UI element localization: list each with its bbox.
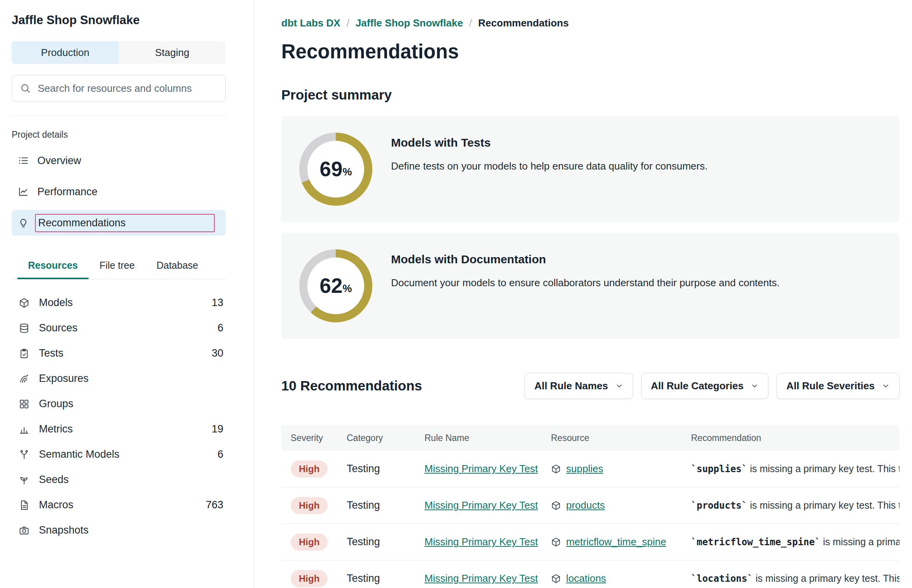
sidebar-item-recommendations[interactable]: Recommendations — [12, 210, 226, 236]
environment-switcher: Production Staging — [12, 41, 226, 64]
recommendation-code: `products` — [691, 500, 747, 511]
filter-label: All Rule Categories — [651, 380, 744, 392]
recommendation-cell: `products` is missing a primary key test… — [682, 500, 900, 511]
header-recommendation: Recommendation — [682, 433, 900, 443]
staging-tab[interactable]: Staging — [119, 41, 226, 64]
database-icon — [19, 323, 30, 334]
chevron-down-icon — [615, 382, 623, 390]
rule-name-link[interactable]: Missing Primary Key Test — [424, 536, 538, 548]
table-row: High Testing Missing Primary Key Test su… — [281, 451, 900, 487]
percent-sign: % — [342, 283, 352, 295]
header-resource: Resource — [542, 433, 682, 443]
resource-cell: supplies — [542, 463, 682, 475]
recommendation-code: `locations` — [691, 573, 753, 584]
resource-label: Snapshots — [39, 524, 89, 536]
recommendations-table: Severity Category Rule Name Resource Rec… — [281, 425, 900, 588]
resource-link[interactable]: metricflow_time_spine — [566, 536, 666, 548]
breadcrumb-account-link[interactable]: dbt Labs DX — [281, 17, 340, 29]
search-box[interactable] — [12, 75, 226, 102]
documentation-donut-chart: 62 % — [299, 249, 372, 322]
category-cell: Testing — [337, 536, 415, 548]
rule-names-filter[interactable]: All Rule Names — [524, 373, 633, 399]
resource-label: Semantic Models — [39, 448, 119, 460]
recommendation-filters: All Rule Names All Rule Categories All R… — [524, 373, 900, 399]
resource-item-macros[interactable]: Macros 763 — [12, 492, 226, 518]
breadcrumb: dbt Labs DX / Jaffle Shop Snowflake / Re… — [281, 17, 912, 29]
list-icon — [18, 155, 29, 166]
resource-item-snapshots[interactable]: Snapshots — [12, 518, 226, 543]
rule-name-link[interactable]: Missing Primary Key Test — [424, 572, 538, 584]
summary-card-documentation: 62 % Models with Documentation Document … — [281, 233, 900, 339]
sidebar-item-overview[interactable]: Overview — [12, 148, 226, 173]
category-cell: Testing — [337, 463, 415, 475]
recommendation-cell: `metricflow_time_spine` is missing a pri… — [682, 536, 900, 548]
camera-icon — [19, 525, 30, 536]
resource-item-sources[interactable]: Sources 6 — [12, 315, 226, 341]
tests-percent-value: 69 — [320, 157, 343, 181]
production-tab[interactable]: Production — [12, 41, 119, 64]
resource-label: Tests — [39, 347, 63, 359]
project-summary-heading: Project summary — [281, 87, 912, 103]
tab-file-tree[interactable]: File tree — [89, 254, 146, 279]
resource-label: Groups — [39, 398, 74, 410]
resource-list: Models 13 Sources 6 Tests 30 Exposures G… — [12, 290, 226, 543]
chevron-down-icon — [882, 382, 890, 390]
card-title: Models with Tests — [391, 136, 708, 149]
severity-badge: High — [291, 570, 328, 587]
sidebar: Jaffle Shop Snowflake Production Staging… — [0, 0, 254, 588]
resource-count: 6 — [217, 448, 223, 460]
branch-icon — [19, 449, 30, 460]
header-category: Category — [337, 433, 415, 443]
table-header-row: Severity Category Rule Name Resource Rec… — [281, 425, 900, 451]
rule-categories-filter[interactable]: All Rule Categories — [641, 373, 768, 399]
resource-item-tests[interactable]: Tests 30 — [12, 341, 226, 366]
resource-item-metrics[interactable]: Metrics 19 — [12, 416, 226, 442]
resource-label: Exposures — [39, 373, 89, 385]
cube-icon — [551, 500, 561, 511]
recommendation-text: is missing a primary key test. This tes — [756, 573, 900, 584]
rule-severities-filter[interactable]: All Rule Severities — [777, 373, 900, 399]
breadcrumb-current: Recommendations — [478, 17, 569, 29]
resource-link[interactable]: products — [566, 499, 605, 511]
resource-item-groups[interactable]: Groups — [12, 391, 226, 416]
tab-database[interactable]: Database — [146, 254, 209, 279]
cube-icon — [551, 464, 561, 474]
resource-count: 6 — [217, 322, 223, 334]
resource-item-seeds[interactable]: Seeds — [12, 467, 226, 492]
recommendations-edit-box[interactable]: Recommendations — [35, 214, 215, 232]
filter-label: All Rule Severities — [786, 380, 875, 392]
tests-donut-chart: 69 % — [299, 133, 372, 206]
resource-label: Macros — [39, 499, 74, 511]
search-input[interactable] — [37, 82, 217, 95]
resource-link[interactable]: supplies — [566, 463, 603, 475]
table-row: High Testing Missing Primary Key Test me… — [281, 524, 900, 560]
sidebar-item-performance[interactable]: Performance — [12, 179, 226, 205]
filter-label: All Rule Names — [534, 380, 608, 392]
recommendation-code: `metricflow_time_spine` — [691, 537, 820, 548]
recommendation-code: `supplies` — [691, 464, 747, 474]
sidebar-item-label: Overview — [37, 155, 81, 167]
chevron-down-icon — [751, 382, 759, 390]
header-rule-name: Rule Name — [415, 433, 542, 443]
breadcrumb-project-link[interactable]: Jaffle Shop Snowflake — [356, 17, 463, 29]
resource-label: Models — [39, 297, 73, 309]
rule-name-link[interactable]: Missing Primary Key Test — [424, 499, 538, 511]
seedling-icon — [19, 474, 30, 485]
percent-sign: % — [342, 166, 352, 178]
resource-item-exposures[interactable]: Exposures — [12, 366, 226, 391]
resource-count: 763 — [206, 499, 223, 511]
grid-icon — [19, 399, 30, 410]
donut-hole: 69 % — [307, 141, 364, 198]
resource-link[interactable]: locations — [566, 572, 606, 584]
page-title: Recommendations — [281, 40, 912, 63]
resource-count: 19 — [212, 423, 223, 435]
resource-cell: locations — [542, 572, 682, 584]
rule-name-link[interactable]: Missing Primary Key Test — [424, 463, 538, 474]
resource-item-semantic-models[interactable]: Semantic Models 6 — [12, 442, 226, 467]
recommendations-header: 10 Recommendations All Rule Names All Ru… — [281, 367, 900, 405]
cube-icon — [19, 298, 30, 308]
resource-item-models[interactable]: Models 13 — [12, 290, 226, 315]
resource-label: Metrics — [39, 423, 73, 435]
tab-resources[interactable]: Resources — [17, 254, 89, 279]
resource-cell: products — [542, 499, 682, 511]
